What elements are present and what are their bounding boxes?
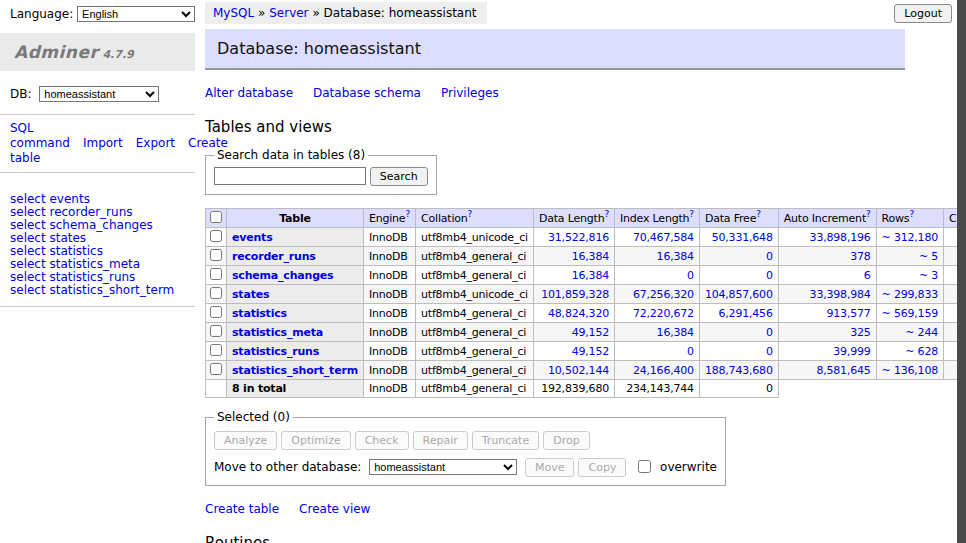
data-free-link[interactable]: 6,291,456 [719, 307, 773, 320]
rows-estimate-link[interactable]: ~ 244 [905, 326, 938, 339]
selected-action-truncate-button[interactable]: Truncate [472, 431, 539, 450]
table-name-link[interactable]: events [232, 231, 273, 244]
breadcrumb: MySQL » Server » Database: homeassistant [205, 2, 487, 24]
data-length-link[interactable]: 31,522,816 [548, 231, 609, 244]
create-create-table[interactable]: Create table [205, 502, 279, 516]
data-free-link[interactable]: 0 [766, 250, 773, 263]
selected-action-optimize-button[interactable]: Optimize [281, 431, 350, 450]
index-length-link[interactable]: 0 [687, 269, 694, 282]
row-checkbox[interactable] [210, 249, 222, 261]
rows-estimate-link[interactable]: ~ 312,180 [882, 231, 938, 244]
data-length-link[interactable]: 48,824,320 [548, 307, 609, 320]
index-length-cell: 24,166,400 [615, 361, 700, 380]
select-all-checkbox[interactable] [210, 211, 222, 223]
help-link-rows[interactable]: ? [909, 209, 914, 219]
adminer-logo: Adminer4.7.9 [0, 33, 195, 71]
overwrite-checkbox[interactable] [638, 460, 651, 473]
db-action-database-schema[interactable]: Database schema [313, 86, 421, 100]
data-length-link[interactable]: 49,152 [572, 345, 609, 358]
auto-increment-link[interactable]: 913,577 [827, 307, 871, 320]
selected-buttons: AnalyzeOptimizeCheckRepairTruncateDrop [214, 431, 717, 450]
auto-increment-link[interactable]: 8,581,645 [816, 364, 870, 377]
selected-action-drop-button[interactable]: Drop [543, 431, 589, 450]
search-button[interactable]: Search [370, 167, 428, 186]
auto-increment-link[interactable]: 33,398,984 [810, 288, 871, 301]
data-free-link[interactable]: 0 [766, 269, 773, 282]
move-action-move-button[interactable]: Move [525, 458, 575, 477]
data-free-link[interactable]: 104,857,600 [705, 288, 773, 301]
auto-increment-cell: 8,581,645 [778, 361, 876, 380]
row-checkbox[interactable] [210, 230, 222, 242]
data-free-link[interactable]: 0 [766, 345, 773, 358]
data-free-link[interactable]: 188,743,680 [705, 364, 773, 377]
rows-estimate-link[interactable]: ~ 136,108 [882, 364, 938, 377]
help-link-data-length[interactable]: ? [604, 209, 609, 219]
breadcrumb-link-server[interactable]: Server [269, 6, 308, 20]
help-link-data-free[interactable]: ? [756, 209, 761, 219]
sidebar-action-export[interactable]: Export [136, 136, 175, 150]
rows-estimate-link[interactable]: ~ 569,159 [882, 307, 938, 320]
breadcrumb-link-mysql[interactable]: MySQL [213, 6, 254, 20]
row-checkbox[interactable] [210, 363, 222, 375]
index-length-link[interactable]: 24,166,400 [633, 364, 694, 377]
help-link-collation[interactable]: ? [468, 209, 473, 219]
db-action-alter-database[interactable]: Alter database [205, 86, 293, 100]
logout-button[interactable]: Logout [894, 4, 952, 23]
language-select[interactable]: English [77, 6, 195, 22]
data-length-link[interactable]: 16,384 [572, 269, 609, 282]
table-name-link[interactable]: schema_changes [232, 269, 333, 282]
data-free-link[interactable]: 50,331,648 [712, 231, 773, 244]
sidebar-action-import[interactable]: Import [83, 136, 123, 150]
move-action-copy-button[interactable]: Copy [578, 458, 626, 477]
vertical-scrollbar[interactable] [957, 0, 966, 543]
search-input[interactable] [214, 167, 366, 185]
index-length-link[interactable]: 16,384 [657, 326, 694, 339]
rows-estimate-link[interactable]: ~ 299,833 [882, 288, 938, 301]
data-length-link[interactable]: 101,859,328 [541, 288, 609, 301]
row-checkbox[interactable] [210, 344, 222, 356]
data-free-link[interactable]: 0 [766, 326, 773, 339]
help-link-auto-increment[interactable]: ? [866, 209, 871, 219]
row-checkbox[interactable] [210, 306, 222, 318]
table-name-link[interactable]: statistics [232, 307, 287, 320]
data-length-link[interactable]: 49,152 [572, 326, 609, 339]
index-length-link[interactable]: 72,220,672 [633, 307, 694, 320]
index-length-link[interactable]: 67,256,320 [633, 288, 694, 301]
sidebar-select-select-statistics-short-term[interactable]: select statistics_short_term [10, 284, 195, 297]
sidebar-action-sql-command[interactable]: SQL command [10, 121, 70, 150]
row-checkbox[interactable] [210, 287, 222, 299]
rows-estimate-link[interactable]: ~ 3 [919, 269, 938, 282]
table-name-link[interactable]: recorder_runs [232, 250, 316, 263]
col-header-data-length: Data Length? [533, 209, 614, 228]
index-length-link[interactable]: 0 [687, 345, 694, 358]
auto-increment-link[interactable]: 33,898,196 [810, 231, 871, 244]
db-select[interactable]: homeassistant [39, 86, 159, 102]
table-name-cell: statistics_short_term [227, 361, 364, 380]
selected-action-check-button[interactable]: Check [355, 431, 409, 450]
table-name-link[interactable]: states [232, 288, 269, 301]
auto-increment-link[interactable]: 39,999 [833, 345, 870, 358]
row-checkbox[interactable] [210, 268, 222, 280]
index-length-link[interactable]: 16,384 [657, 250, 694, 263]
index-length-link[interactable]: 70,467,584 [633, 231, 694, 244]
create-create-view[interactable]: Create view [299, 502, 370, 516]
auto-increment-link[interactable]: 6 [864, 269, 871, 282]
help-link-engine[interactable]: ? [405, 209, 410, 219]
db-action-privileges[interactable]: Privileges [441, 86, 499, 100]
auto-increment-link[interactable]: 325 [850, 326, 870, 339]
move-database-select[interactable]: homeassistant [369, 459, 517, 475]
auto-increment-link[interactable]: 378 [850, 250, 870, 263]
rows-estimate-link[interactable]: ~ 5 [919, 250, 938, 263]
rows-estimate-link[interactable]: ~ 628 [905, 345, 938, 358]
data-length-link[interactable]: 16,384 [572, 250, 609, 263]
data-free-cell: 0 [699, 342, 778, 361]
data-length-link[interactable]: 10,502,144 [548, 364, 609, 377]
row-checkbox[interactable] [210, 325, 222, 337]
selected-action-repair-button[interactable]: Repair [413, 431, 468, 450]
selected-action-analyze-button[interactable]: Analyze [214, 431, 277, 450]
overwrite-label[interactable]: overwrite [660, 460, 717, 474]
table-name-link[interactable]: statistics_runs [232, 345, 319, 358]
help-link-index-length[interactable]: ? [689, 209, 694, 219]
table-name-link[interactable]: statistics_short_term [232, 364, 358, 377]
table-name-link[interactable]: statistics_meta [232, 326, 323, 339]
